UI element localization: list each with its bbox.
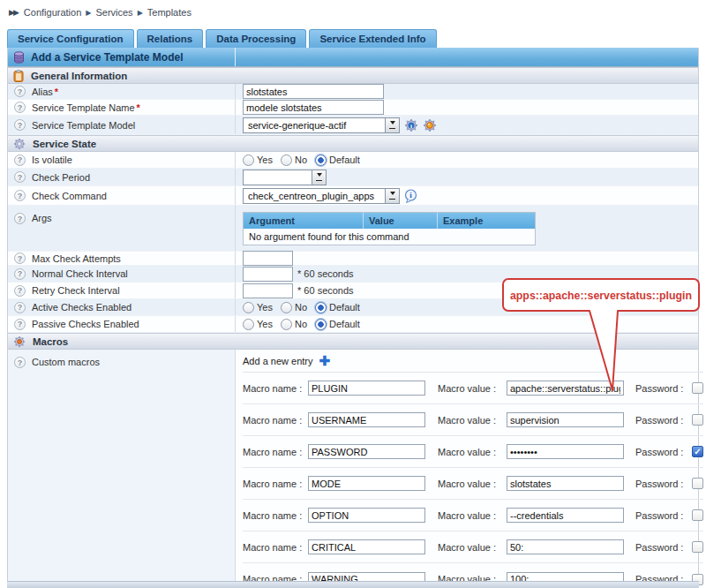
args-table-header: Argument Value Example [244, 213, 535, 229]
help-icon[interactable]: ? [14, 155, 26, 166]
macro-value-input[interactable] [507, 444, 624, 459]
help-icon[interactable]: ? [14, 213, 26, 224]
args-table: Argument Value Example No argument found… [243, 212, 536, 245]
field-label: Args [32, 213, 52, 223]
gear-icon [13, 138, 26, 150]
macro-row-critical: Macro name : Macro value : Password : ✓ [243, 531, 703, 563]
tab-data-processing[interactable]: Data Processing [206, 29, 306, 48]
field-row-alias: ? Alias* [8, 84, 698, 100]
breadcrumb-configuration[interactable]: Configuration [24, 7, 81, 18]
command-info-icon[interactable]: i [404, 189, 417, 203]
tab-service-configuration[interactable]: Service Configuration [7, 29, 134, 48]
macro-value-input[interactable] [507, 508, 624, 523]
field-label: Passive Checks Enabled [32, 319, 139, 329]
macro-name-input[interactable] [308, 476, 425, 491]
help-icon[interactable]: ? [14, 171, 26, 183]
service-template-name-input[interactable] [243, 100, 384, 115]
check-period-select[interactable] [243, 170, 327, 185]
macro-value-input[interactable] [507, 539, 624, 554]
help-icon[interactable]: ? [14, 268, 26, 280]
password-checkbox[interactable]: ✓ [692, 414, 703, 426]
help-icon[interactable]: ? [14, 190, 26, 201]
field-row-check-period: ? Check Period [8, 169, 698, 186]
password-checkbox[interactable]: ✓ [692, 478, 703, 489]
password-checkbox[interactable]: ✓ [692, 541, 703, 553]
help-icon[interactable]: ? [14, 119, 26, 131]
view-template-info-icon[interactable]: i [404, 118, 418, 132]
service-template-form: Add a Service Template Model General Inf… [7, 48, 699, 588]
field-row-max-check-attempts: ? Max Check Attempts [8, 252, 698, 266]
help-icon[interactable]: ? [14, 319, 26, 330]
section-macros: Macros [8, 333, 698, 350]
clipboard-icon [13, 70, 24, 82]
is-volatile-radio-yes[interactable] [243, 155, 254, 166]
passive-checks-radio-default[interactable] [315, 319, 327, 330]
help-icon[interactable]: ? [14, 302, 26, 313]
help-icon[interactable]: ? [14, 253, 26, 264]
database-icon [13, 51, 25, 64]
alias-input[interactable] [243, 84, 384, 99]
field-row-check-command: ? Check Command check_centreon_plugin_ap… [8, 186, 698, 206]
section-title: General Information [31, 71, 127, 81]
field-label: Alias* [32, 87, 58, 97]
field-label: Service Template Model [32, 120, 135, 131]
breadcrumb-services[interactable]: Services [95, 7, 132, 18]
is-volatile-radio-no[interactable] [281, 155, 292, 166]
macro-value-input[interactable] [507, 412, 624, 427]
password-checkbox[interactable]: ✓ [692, 509, 703, 521]
field-row-custom-macros: ? Custom macros Add a new entry ✚ Macro … [8, 350, 698, 588]
gear-macro-icon [13, 335, 26, 348]
help-icon[interactable]: ? [14, 357, 26, 368]
help-icon[interactable]: ? [14, 86, 26, 97]
passive-checks-radio-yes[interactable] [243, 319, 254, 330]
tab-relations[interactable]: Relations [137, 29, 204, 48]
interval-suffix: * 60 seconds [297, 268, 354, 279]
chevron-right-icon: ▶ [86, 9, 91, 17]
macro-name-input[interactable] [308, 508, 425, 523]
field-label: Check Command [32, 191, 107, 201]
field-row-retry-check-interval: ? Retry Check Interval * 60 seconds [8, 283, 698, 299]
interval-suffix: * 60 seconds [297, 285, 354, 296]
macro-name-input[interactable] [308, 444, 425, 459]
macro-name-input[interactable] [308, 412, 425, 427]
password-checkbox[interactable]: ✓ [692, 446, 703, 457]
field-label: Normal Check Interval [32, 268, 128, 279]
field-label: Active Checks Enabled [32, 302, 131, 313]
check-command-select[interactable]: check_centreon_plugin_apps [243, 188, 400, 204]
service-template-model-select[interactable]: service-generique-actif [243, 117, 400, 133]
active-checks-radio-no[interactable] [281, 302, 292, 313]
field-label: Custom macros [32, 357, 100, 367]
field-row-active-checks: ? Active Checks Enabled Yes No Default [8, 299, 698, 316]
active-checks-radio-default[interactable] [315, 302, 327, 313]
add-new-entry[interactable]: Add a new entry ✚ [243, 350, 703, 373]
field-row-is-volatile: ? Is volatile Yes No Default [8, 152, 698, 169]
section-service-state: Service State [8, 135, 698, 152]
macro-name-input[interactable] [308, 381, 425, 396]
macro-row-username: Macro name : Macro value : Password : ✓ [243, 404, 703, 436]
field-label: Service Template Name* [32, 102, 140, 113]
tab-bar: Service Configuration Relations Data Pro… [0, 25, 706, 48]
help-icon[interactable]: ? [14, 285, 26, 297]
breadcrumb-templates[interactable]: Templates [147, 7, 192, 18]
edit-template-gear-icon[interactable] [423, 118, 437, 132]
active-checks-radio-yes[interactable] [243, 302, 254, 313]
normal-check-interval-input[interactable] [243, 267, 293, 282]
retry-check-interval-input[interactable] [243, 283, 293, 298]
field-label: Is volatile [32, 155, 72, 165]
chevron-right-icon: ▶ [138, 9, 143, 17]
passive-checks-radio-no[interactable] [281, 319, 292, 330]
password-checkbox[interactable]: ✓ [692, 382, 703, 394]
max-check-attempts-input[interactable] [243, 251, 293, 266]
plus-icon[interactable]: ✚ [319, 354, 331, 367]
dropdown-arrow-icon [312, 170, 326, 185]
macro-name-input[interactable] [308, 539, 425, 554]
help-icon[interactable]: ? [14, 102, 26, 113]
svg-text:i: i [410, 122, 412, 129]
macro-value-input[interactable] [507, 381, 624, 396]
macro-value-input[interactable] [507, 476, 624, 491]
is-volatile-radio-default[interactable] [315, 155, 327, 166]
tab-service-extended-info[interactable]: Service Extended Info [309, 29, 436, 48]
form-title-bar: Add a Service Template Model [8, 48, 698, 67]
next-section-edge [7, 581, 699, 588]
divider [235, 48, 236, 66]
